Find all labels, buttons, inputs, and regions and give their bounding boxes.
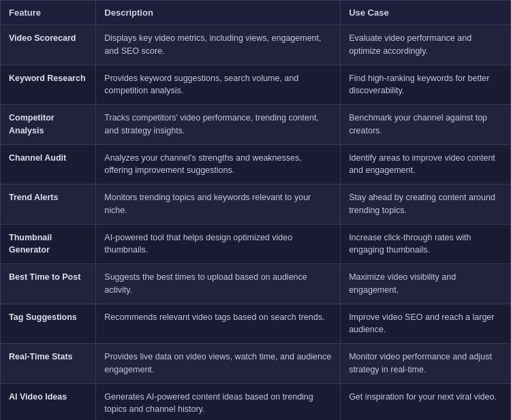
cell-usecase: Stay ahead by creating content around tr… [341,184,510,225]
table-row: Thumbnail GeneratorAI-powered tool that … [1,224,510,264]
header-description: Description [96,1,341,25]
cell-usecase: Maximize video visibility and engagement… [341,264,510,304]
table-row: Competitor AnalysisTracks competitors' v… [1,105,510,145]
cell-description: Generates AI-powered content ideas based… [96,383,341,420]
cell-description: AI-powered tool that helps design optimi… [96,224,341,264]
cell-feature: AI Video Ideas [1,383,96,420]
table-row: Channel AuditAnalyzes your channel's str… [1,144,510,184]
feature-name-label: Trend Alerts [9,193,58,202]
cell-usecase: Get inspiration for your next viral vide… [341,383,510,420]
header-usecase: Use Case [341,1,510,25]
table-row: Real-Time StatsProvides live data on vid… [1,344,510,384]
cell-feature: Thumbnail Generator [1,224,96,264]
table-row: Best Time to PostSuggests the best times… [1,264,510,304]
cell-feature: Video Scorecard [1,25,96,65]
feature-name-label: AI Video Ideas [9,392,67,402]
feature-name-label: Competitor Analysis [9,113,55,135]
table-body: Video ScorecardDisplays key video metric… [1,25,510,421]
cell-description: Provides live data on video views, watch… [96,344,341,384]
cell-feature: Keyword Research [1,65,96,105]
cell-feature: Competitor Analysis [1,105,96,145]
cell-usecase: Identify areas to improve video content … [341,144,510,184]
cell-feature: Channel Audit [1,144,96,184]
cell-description: Analyzes your channel's strengths and we… [96,144,341,184]
feature-table-container: Feature Description Use Case Video Score… [0,0,511,420]
cell-usecase: Increase click-through rates with engagi… [341,224,510,264]
cell-feature: Best Time to Post [1,264,96,304]
feature-name-label: Tag Suggestions [9,312,77,322]
cell-description: Provides keyword suggestions, search vol… [96,65,341,105]
feature-name-label: Best Time to Post [9,272,80,282]
cell-description: Suggests the best times to upload based … [96,264,341,304]
table-row: AI Video IdeasGenerates AI-powered conte… [1,383,510,420]
table-row: Trend AlertsMonitors trending topics and… [1,184,510,225]
cell-feature: Trend Alerts [1,184,96,225]
table-row: Keyword ResearchProvides keyword suggest… [1,65,510,105]
feature-name-label: Video Scorecard [9,33,76,43]
feature-name-label: Real-Time Stats [9,352,73,361]
cell-feature: Tag Suggestions [1,304,96,344]
cell-feature: Real-Time Stats [1,344,96,384]
cell-description: Recommends relevant video tags based on … [96,304,341,344]
cell-usecase: Benchmark your channel against top creat… [341,105,510,145]
cell-usecase: Find high-ranking keywords for better di… [341,65,510,105]
cell-description: Monitors trending topics and keywords re… [96,184,341,225]
cell-usecase: Improve video SEO and reach a larger aud… [341,304,510,344]
feature-name-label: Channel Audit [9,153,66,163]
cell-usecase: Monitor video performance and adjust str… [341,344,510,384]
table-header-row: Feature Description Use Case [1,1,510,25]
feature-name-label: Thumbnail Generator [9,233,52,255]
feature-name-label: Keyword Research [9,74,86,83]
header-feature: Feature [1,1,96,25]
table-row: Video ScorecardDisplays key video metric… [1,25,510,65]
cell-description: Tracks competitors' video performance, t… [96,105,341,145]
cell-description: Displays key video metrics, including vi… [96,25,341,65]
table-row: Tag SuggestionsRecommends relevant video… [1,304,510,344]
feature-table: Feature Description Use Case Video Score… [1,1,510,420]
cell-usecase: Evaluate video performance and optimize … [341,25,510,65]
